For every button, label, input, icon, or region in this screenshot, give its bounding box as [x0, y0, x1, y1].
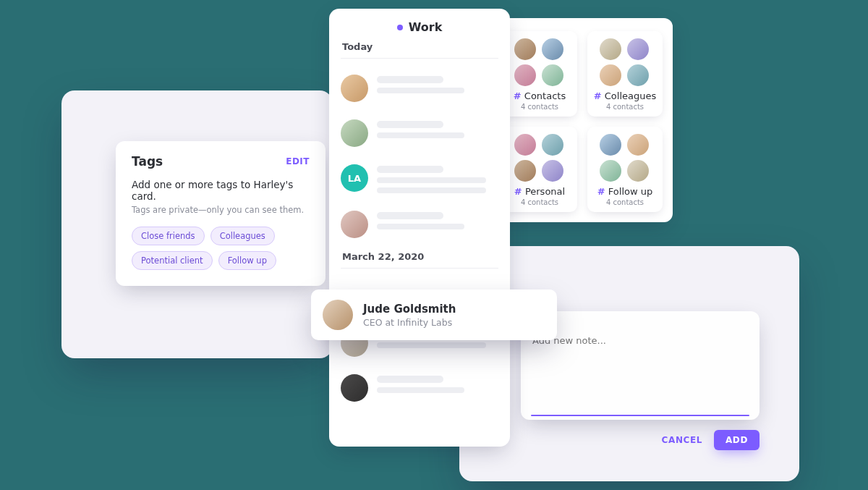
- tags-description: Add one or more tags to Harley's card.: [132, 179, 310, 202]
- work-section-today: Today: [329, 41, 510, 58]
- tag-pill-colleagues[interactable]: Colleagues: [210, 227, 275, 245]
- contact-highlight-card[interactable]: Jude Goldsmith CEO at Infinity Labs: [311, 290, 557, 340]
- list-item[interactable]: [341, 66, 498, 111]
- avatar: [514, 64, 536, 86]
- contact-title: CEO at Infinity Labs: [363, 317, 456, 328]
- work-category-dot-icon: [397, 25, 403, 30]
- group-card-colleagues[interactable]: # Colleagues 4 contacts: [587, 31, 663, 117]
- avatar: [542, 134, 563, 156]
- work-section-date: March 22, 2020: [329, 247, 510, 268]
- hash-icon: #: [597, 186, 605, 197]
- group-count: 4 contacts: [593, 103, 657, 111]
- hash-icon: #: [594, 90, 602, 101]
- avatar: [600, 64, 621, 86]
- group-card-personal[interactable]: # Personal 4 contacts: [502, 127, 577, 212]
- avatar: [627, 64, 649, 86]
- avatar: [600, 38, 621, 60]
- avatar: [542, 160, 563, 182]
- avatar: [542, 64, 563, 86]
- work-feed-card: Work Today LA March 22, 2020: [329, 9, 510, 447]
- note-input[interactable]: [531, 334, 749, 412]
- tag-pill-potential-client[interactable]: Potential client: [132, 251, 213, 270]
- group-name: Personal: [525, 186, 565, 197]
- avatar: [542, 38, 563, 60]
- avatar: [341, 374, 368, 402]
- hash-icon: #: [514, 90, 522, 101]
- avatar: [341, 119, 368, 147]
- avatar: [600, 160, 621, 182]
- tags-edit-link[interactable]: EDIT: [286, 156, 310, 166]
- tag-pill-close-friends[interactable]: Close friends: [132, 227, 205, 245]
- group-card-contacts[interactable]: # Contacts 4 contacts: [502, 31, 577, 117]
- group-name: Follow up: [608, 186, 652, 197]
- list-item[interactable]: [341, 202, 498, 247]
- avatar: [323, 300, 353, 330]
- list-item[interactable]: LA: [341, 156, 498, 202]
- avatar: [600, 134, 621, 156]
- note-date-label: Today: [531, 320, 749, 329]
- avatar: [514, 38, 536, 60]
- divider: [341, 268, 498, 269]
- tag-pill-follow-up[interactable]: Follow up: [218, 251, 276, 270]
- avatar: [514, 160, 536, 182]
- avatar: [341, 75, 368, 102]
- group-card-follow-up[interactable]: # Follow up 4 contacts: [587, 127, 663, 212]
- list-item[interactable]: [341, 366, 498, 410]
- avatar: [514, 134, 536, 156]
- avatar: [341, 211, 368, 238]
- avatar: [627, 38, 649, 60]
- tags-card: Tags EDIT Add one or more tags to Harley…: [116, 141, 326, 286]
- note-underline: [531, 415, 749, 416]
- group-count: 4 contacts: [508, 103, 571, 111]
- divider: [341, 58, 498, 59]
- group-name: Colleagues: [605, 90, 656, 101]
- tags-subtext: Tags are private—only you can see them.: [132, 205, 310, 215]
- cancel-button[interactable]: CANCEL: [662, 435, 702, 445]
- hash-icon: #: [514, 186, 522, 197]
- tag-pill-row: Close friends Colleagues Potential clien…: [132, 227, 310, 270]
- avatar: [627, 160, 649, 182]
- tag-groups-card: # Contacts 4 contacts # Colleagues 4 con…: [492, 18, 673, 222]
- work-title: Work: [409, 20, 443, 34]
- group-count: 4 contacts: [508, 198, 571, 206]
- add-button[interactable]: ADD: [714, 430, 760, 450]
- group-count: 4 contacts: [593, 198, 657, 206]
- contact-name: Jude Goldsmith: [363, 303, 456, 316]
- group-name: Contacts: [524, 90, 566, 101]
- avatar: [627, 134, 649, 156]
- avatar-initials: LA: [341, 164, 368, 192]
- tags-heading: Tags: [132, 154, 163, 169]
- list-item[interactable]: [341, 111, 498, 156]
